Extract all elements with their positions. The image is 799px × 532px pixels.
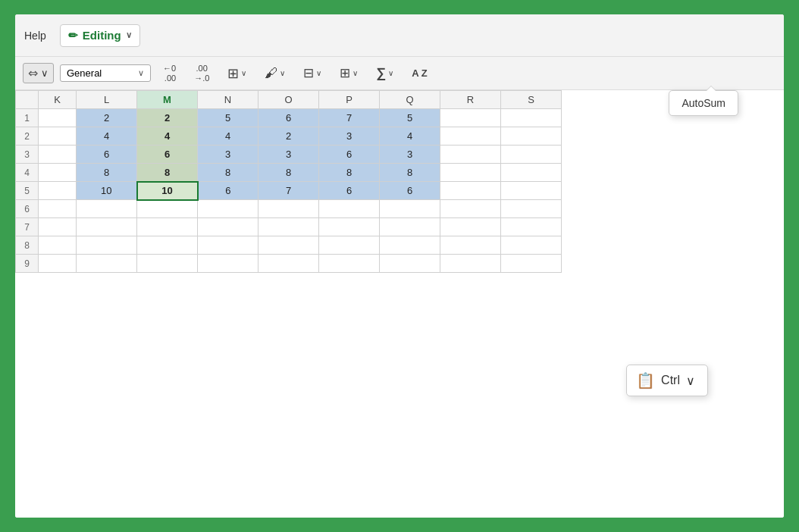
cell-S6[interactable]: [501, 200, 562, 218]
cell-R6[interactable]: [440, 200, 501, 218]
cell-P6[interactable]: [319, 200, 380, 218]
col-header-s[interactable]: S: [501, 91, 562, 109]
cell-M3[interactable]: 6: [137, 146, 198, 164]
cell-R3[interactable]: [440, 146, 501, 164]
col-header-o[interactable]: O: [258, 91, 319, 109]
cell-reference-box[interactable]: ⇔ ∨: [23, 63, 54, 83]
cell-S8[interactable]: [501, 236, 562, 255]
cell-N4[interactable]: 8: [198, 164, 258, 182]
col-header-q[interactable]: Q: [380, 91, 440, 109]
col-header-k[interactable]: K: [39, 91, 77, 109]
cell-O9[interactable]: [258, 255, 319, 273]
cell-O5[interactable]: 7: [258, 182, 319, 200]
cell-Q7[interactable]: [380, 218, 440, 236]
autosum-button[interactable]: ∑ ∨: [370, 62, 400, 84]
cell-S2[interactable]: [501, 127, 562, 146]
cell-R2[interactable]: [440, 127, 501, 146]
cell-P7[interactable]: [319, 218, 380, 236]
cell-N8[interactable]: [198, 236, 258, 255]
cell-L4[interactable]: 8: [77, 164, 137, 182]
cell-L1[interactable]: 2: [77, 109, 137, 127]
cell-O7[interactable]: [258, 218, 319, 236]
col-header-r[interactable]: R: [440, 91, 501, 109]
cell-R8[interactable]: [440, 236, 501, 255]
col-header-p[interactable]: P: [319, 91, 380, 109]
cell-K6[interactable]: [39, 200, 77, 218]
cell-R5[interactable]: [440, 182, 501, 200]
cell-O2[interactable]: 2: [258, 127, 319, 146]
cell-Q2[interactable]: 4: [380, 127, 440, 146]
cell-styles-button[interactable]: 🖌 ∨: [258, 63, 291, 84]
cell-M6[interactable]: [137, 200, 198, 218]
cell-P4[interactable]: 8: [319, 164, 380, 182]
cell-R9[interactable]: [440, 255, 501, 273]
cell-P3[interactable]: 6: [319, 146, 380, 164]
cell-O4[interactable]: 8: [258, 164, 319, 182]
cell-L8[interactable]: [77, 236, 137, 255]
cell-L6[interactable]: [77, 200, 137, 218]
cell-O8[interactable]: [258, 236, 319, 255]
cell-K5[interactable]: [39, 182, 77, 200]
decimal-format-button[interactable]: ←0.00: [157, 61, 182, 85]
cell-L2[interactable]: 4: [77, 127, 137, 146]
table-format-button[interactable]: ⊟ ∨: [297, 62, 327, 84]
cell-K1[interactable]: [39, 109, 77, 127]
cell-M9[interactable]: [137, 255, 198, 273]
cell-O6[interactable]: [258, 200, 319, 218]
cell-K7[interactable]: [39, 218, 77, 236]
cell-N6[interactable]: [198, 200, 258, 218]
cell-Q4[interactable]: 8: [380, 164, 440, 182]
cell-M8[interactable]: [137, 236, 198, 255]
format-dropdown[interactable]: General ∨: [60, 64, 151, 82]
cell-R7[interactable]: [440, 218, 501, 236]
cell-K2[interactable]: [39, 127, 77, 146]
cell-O3[interactable]: 3: [258, 146, 319, 164]
ctrl-popup[interactable]: 📋 Ctrl ∨: [626, 365, 708, 396]
cell-Q5[interactable]: 6: [380, 182, 440, 200]
cell-Q9[interactable]: [380, 255, 440, 273]
cell-M5[interactable]: 10: [137, 182, 198, 200]
cell-K9[interactable]: [39, 255, 77, 273]
cell-S5[interactable]: [501, 182, 562, 200]
cell-S1[interactable]: [501, 109, 562, 127]
insert-cells-button[interactable]: ⊞ ∨: [334, 62, 364, 84]
editing-button[interactable]: ✏ Editing ∨: [60, 24, 140, 47]
cell-R4[interactable]: [440, 164, 501, 182]
cell-S4[interactable]: [501, 164, 562, 182]
cell-L9[interactable]: [77, 255, 137, 273]
cell-M4[interactable]: 8: [137, 164, 198, 182]
cell-K3[interactable]: [39, 146, 77, 164]
cell-Q6[interactable]: [380, 200, 440, 218]
cell-N9[interactable]: [198, 255, 258, 273]
cell-O1[interactable]: 6: [258, 109, 319, 127]
sort-button[interactable]: A Z: [406, 64, 433, 82]
cell-Q8[interactable]: [380, 236, 440, 255]
cell-N3[interactable]: 3: [198, 146, 258, 164]
cell-N5[interactable]: 6: [198, 182, 258, 200]
cell-L5[interactable]: 10: [77, 182, 137, 200]
decimal-increase-button[interactable]: .00→.0: [188, 61, 215, 85]
col-header-m[interactable]: M: [137, 91, 198, 109]
cell-L7[interactable]: [77, 218, 137, 236]
cell-M7[interactable]: [137, 218, 198, 236]
cell-M1[interactable]: 2: [137, 109, 198, 127]
cell-L3[interactable]: 6: [77, 146, 137, 164]
col-header-n[interactable]: N: [198, 91, 258, 109]
col-header-l[interactable]: L: [77, 91, 137, 109]
cell-S9[interactable]: [501, 255, 562, 273]
cell-Q1[interactable]: 5: [380, 109, 440, 127]
cell-R1[interactable]: [440, 109, 501, 127]
cell-K4[interactable]: [39, 164, 77, 182]
cell-P8[interactable]: [319, 236, 380, 255]
cell-P5[interactable]: 6: [319, 182, 380, 200]
cell-S3[interactable]: [501, 146, 562, 164]
conditional-format-button[interactable]: ⊞ ∨: [221, 62, 252, 85]
cell-P2[interactable]: 3: [319, 127, 380, 146]
cell-S7[interactable]: [501, 218, 562, 236]
cell-P9[interactable]: [319, 255, 380, 273]
cell-P1[interactable]: 7: [319, 109, 380, 127]
cell-K8[interactable]: [39, 236, 77, 255]
cell-N7[interactable]: [198, 218, 258, 236]
cell-M2[interactable]: 4: [137, 127, 198, 146]
cell-N2[interactable]: 4: [198, 127, 258, 146]
